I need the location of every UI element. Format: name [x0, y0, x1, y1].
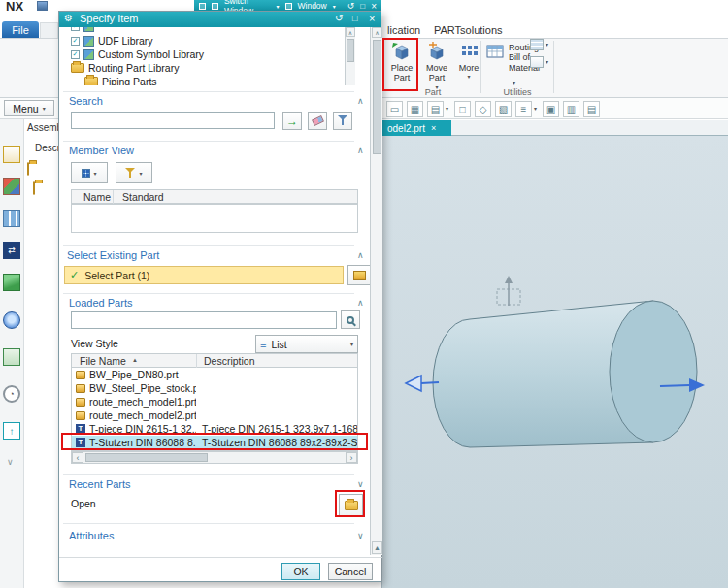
- clear-search-button[interactable]: [308, 112, 327, 130]
- close-icon[interactable]: ×: [431, 123, 436, 133]
- collapse-icon[interactable]: ∧: [357, 299, 364, 308]
- tree-item-piping-parts[interactable]: Piping Parts: [67, 75, 345, 85]
- column-standard[interactable]: Standard: [122, 191, 164, 203]
- reuse-library-icon[interactable]: ⇄: [3, 242, 20, 259]
- toolbar-icon[interactable]: ▥: [563, 101, 579, 117]
- scrollbar-thumb[interactable]: [85, 453, 208, 462]
- table-row[interactable]: route_mech_model1.prt: [72, 395, 357, 408]
- folder-icon[interactable]: [33, 181, 35, 195]
- restore-icon[interactable]: ↺: [347, 1, 355, 11]
- toolbar-icon[interactable]: ≡: [515, 101, 532, 117]
- open-part-button[interactable]: [339, 494, 363, 516]
- column-description[interactable]: Description: [204, 355, 255, 367]
- column-file-name[interactable]: File Name: [80, 355, 126, 367]
- scrollbar-thumb[interactable]: [373, 40, 381, 154]
- tab-file[interactable]: File: [2, 21, 39, 39]
- roles-icon[interactable]: ↑: [3, 422, 20, 440]
- scroll-up-button[interactable]: ∧: [346, 27, 355, 37]
- part-select-button[interactable]: [347, 265, 372, 285]
- web-browser-icon[interactable]: [3, 311, 20, 329]
- cancel-button[interactable]: Cancel: [328, 563, 373, 580]
- toolbar-icon[interactable]: ▦: [407, 101, 423, 117]
- select-part-row[interactable]: ✓ Select Part (1): [64, 266, 344, 284]
- tree-scrollbar[interactable]: ∧: [345, 27, 355, 85]
- view-style-dropdown[interactable]: ≡ List ▾: [255, 335, 358, 353]
- close-icon[interactable]: ×: [371, 1, 377, 12]
- folder-icon[interactable]: [27, 162, 29, 176]
- member-list-empty[interactable]: [71, 204, 358, 233]
- chevron-down-icon[interactable]: ▾: [546, 41, 548, 48]
- toolbar-icon[interactable]: ▤: [427, 101, 444, 117]
- run-search-button[interactable]: →: [282, 112, 302, 130]
- checkbox-checked[interactable]: ✓: [71, 50, 80, 59]
- hd3d-tools-icon[interactable]: [3, 274, 20, 291]
- checkbox-checked[interactable]: ✓: [71, 37, 80, 46]
- table-row-selected[interactable]: TT-Stutzen DIN 86088 8... T-Stutzen DIN …: [72, 436, 357, 449]
- reset-icon[interactable]: ↺: [335, 13, 343, 23]
- library-search-input[interactable]: [71, 112, 275, 129]
- dialog-titlebar[interactable]: ⚙ Specify Item ↺ □ ×: [59, 12, 381, 27]
- place-part-button[interactable]: Place Part: [386, 41, 417, 83]
- toolbar-icon[interactable]: ▤: [583, 101, 600, 117]
- titlebar-icon[interactable]: [199, 3, 206, 10]
- table-row[interactable]: TT-piece DIN 2615-1 32... T-piece DIN 26…: [72, 422, 357, 436]
- table-row[interactable]: BW_Steel_Pipe_stock.prt: [72, 381, 357, 395]
- horizontal-scrollbar[interactable]: ‹ ›: [71, 451, 358, 464]
- toolbar-icon[interactable]: □: [454, 101, 471, 117]
- column-name[interactable]: Name: [83, 191, 111, 203]
- ribbon-tool-icon[interactable]: [530, 56, 544, 68]
- column-divider[interactable]: [196, 354, 197, 369]
- collapse-icon[interactable]: ∨: [357, 532, 364, 540]
- table-row[interactable]: BW_Pipe_DN80.prt: [72, 368, 357, 381]
- ribbon-gallery-icon[interactable]: [530, 39, 544, 50]
- titlebar-icon[interactable]: [212, 3, 218, 10]
- tab-partsolutions[interactable]: PARTsolutions: [434, 24, 503, 36]
- collapse-icon[interactable]: ∧: [357, 97, 364, 106]
- graphics-window[interactable]: [381, 136, 728, 588]
- window-menu[interactable]: Window: [298, 1, 327, 11]
- tree-item-custom-symbol-library[interactable]: ✓ Custom Symbol Library: [67, 48, 345, 61]
- tree-item-routing-part-library[interactable]: Routing Part Library: [67, 61, 345, 75]
- menu-button[interactable]: Menu ▾: [4, 100, 54, 116]
- constraint-navigator-icon[interactable]: [3, 178, 20, 195]
- maximize-icon[interactable]: □: [360, 2, 365, 11]
- search-filter-button[interactable]: [333, 112, 352, 130]
- tab-hidden[interactable]: [40, 22, 58, 39]
- history-palette-icon[interactable]: [3, 348, 20, 366]
- chevron-down-icon[interactable]: ∨: [7, 457, 14, 467]
- ok-button[interactable]: OK: [281, 563, 320, 580]
- dialog-scrollbar[interactable]: ∧ ▲: [370, 27, 382, 555]
- scroll-left-button[interactable]: ‹: [72, 452, 83, 463]
- collapse-icon[interactable]: ∧: [357, 147, 364, 155]
- part-navigator-icon[interactable]: [3, 210, 20, 227]
- chevron-down-icon[interactable]: ▾: [446, 105, 448, 112]
- search-button[interactable]: [341, 310, 360, 329]
- more-button[interactable]: More ▾: [456, 41, 481, 81]
- toolbar-icon[interactable]: ◇: [475, 101, 491, 117]
- scroll-up-button[interactable]: ∧: [372, 27, 382, 38]
- tab-application[interactable]: lication: [387, 24, 420, 36]
- collapse-icon[interactable]: ∧: [357, 251, 364, 260]
- member-view-mode-dropdown[interactable]: ▾: [71, 162, 108, 183]
- assembly-navigator-icon[interactable]: [3, 146, 20, 163]
- chevron-down-icon[interactable]: ▾: [513, 80, 515, 86]
- collapse-icon[interactable]: ∨: [357, 480, 364, 489]
- scrollbar-thumb[interactable]: [347, 39, 354, 62]
- clip-icon[interactable]: □: [352, 14, 357, 23]
- toolbar-icon[interactable]: ▧: [495, 101, 512, 117]
- checkbox-checked[interactable]: ✓: [71, 27, 80, 31]
- tree-item-partial[interactable]: ✓: [67, 27, 345, 33]
- clock-icon[interactable]: ◔: [3, 385, 20, 403]
- scroll-bottom-button[interactable]: ▲: [372, 541, 382, 554]
- toolbar-icon[interactable]: ▣: [543, 101, 559, 117]
- scroll-right-button[interactable]: ›: [346, 452, 357, 463]
- chevron-down-icon[interactable]: ▾: [546, 58, 548, 65]
- document-tab[interactable]: odel2.prt ×: [381, 120, 451, 136]
- loaded-parts-search-input[interactable]: [71, 311, 337, 329]
- chevron-down-icon[interactable]: ▾: [534, 105, 537, 112]
- move-part-button[interactable]: Move Part ▾: [421, 41, 452, 91]
- table-row[interactable]: route_mech_model2.prt: [72, 408, 357, 422]
- member-filter-dropdown[interactable]: ▾: [116, 162, 152, 183]
- save-icon[interactable]: [37, 1, 48, 11]
- close-icon[interactable]: ×: [369, 13, 375, 24]
